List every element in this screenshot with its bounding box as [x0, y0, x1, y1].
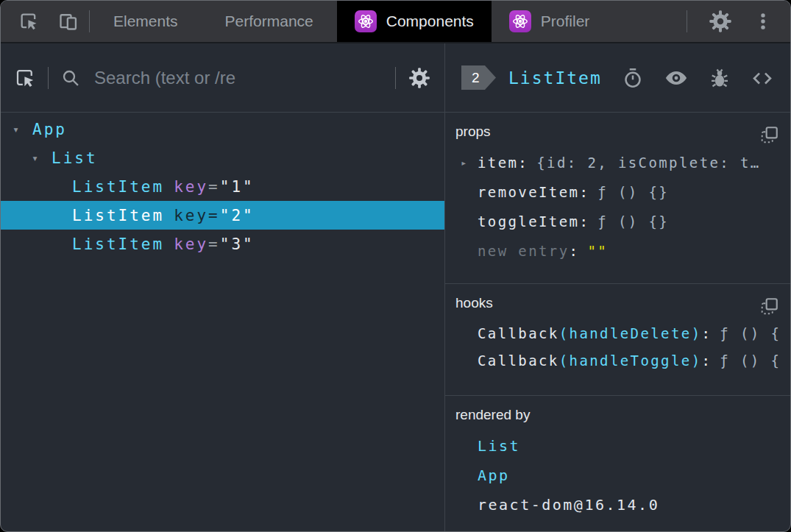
suspend-timer-icon[interactable]	[622, 67, 644, 89]
search-icon	[60, 68, 81, 88]
hook-callback-name: (handleToggle)	[559, 352, 702, 369]
prop-row-new-entry[interactable]: new entry:""	[455, 236, 780, 266]
inspect-icon[interactable]	[18, 11, 39, 32]
toolbar-divider	[48, 67, 49, 89]
component-name: ListItem	[72, 178, 164, 196]
component-name: ListItem	[72, 235, 164, 253]
topbar-right-controls	[687, 1, 790, 42]
toolbar-divider	[395, 67, 396, 89]
equals-sign: =	[208, 235, 220, 253]
component-name: List	[52, 149, 98, 167]
prop-value: ƒ () {}	[597, 184, 669, 200]
prop-colon: :	[570, 243, 580, 259]
component-tree: ▾App ▾List ListItemkey="1" ListItemkey="…	[1, 113, 444, 258]
tab-profiler[interactable]: Profiler	[492, 1, 608, 42]
key-attr-value: "2"	[220, 207, 255, 224]
log-bug-icon[interactable]	[709, 67, 731, 89]
inspect-dom-eye-icon[interactable]	[664, 65, 689, 91]
details-header-icons	[622, 65, 774, 91]
device-toolbar-icon[interactable]	[58, 11, 79, 32]
search-bar	[60, 67, 383, 89]
props-section: props ▸item:{id: 2, isComplete: t… remov…	[445, 113, 790, 284]
hooks-section-title: hooks	[455, 295, 780, 311]
tree-row-app[interactable]: ▾App	[1, 115, 444, 143]
tab-components[interactable]: Components	[337, 1, 492, 42]
tree-row-listitem-1[interactable]: ListItemkey="1"	[1, 172, 444, 201]
overflow-menu-icon[interactable]	[753, 12, 773, 31]
key-attr-value: "1"	[220, 178, 255, 196]
owner-link[interactable]: App	[478, 467, 510, 484]
key-attr-name: key	[174, 235, 208, 253]
prop-row-removeitem[interactable]: removeItem:ƒ () {}	[455, 177, 780, 207]
key-attr-name: key	[174, 207, 208, 224]
rendered-by-app-link[interactable]: App	[455, 461, 780, 490]
hook-colon: :	[701, 352, 712, 369]
hook-name: Callback	[478, 352, 559, 369]
tab-label: Profiler	[541, 13, 590, 30]
copy-icon[interactable]	[760, 297, 779, 319]
tree-row-listitem-2-selected[interactable]: ListItemkey="2"	[1, 201, 444, 230]
react-logo-icon	[509, 10, 531, 32]
expand-arrow-icon[interactable]: ▾	[32, 152, 52, 165]
owners-count-badge[interactable]: 2	[461, 65, 496, 90]
components-panel-body: ▾App ▾List ListItemkey="1" ListItemkey="…	[1, 43, 790, 531]
tree-row-listitem-3[interactable]: ListItemkey="3"	[1, 230, 444, 258]
props-rows: ▸item:{id: 2, isComplete: t… removeItem:…	[455, 148, 780, 266]
component-tree-panel: ▾App ▾List ListItemkey="1" ListItemkey="…	[1, 43, 445, 531]
tab-label: Performance	[225, 13, 313, 30]
rendered-by-list-link[interactable]: List	[455, 431, 780, 461]
component-name: ListItem	[72, 207, 164, 224]
devtools-tab-bar: Elements Performance Components	[1, 1, 790, 43]
prop-colon: :	[518, 155, 528, 171]
hook-value: ƒ () {}	[720, 325, 780, 341]
hook-callback-name: (handleDelete)	[559, 325, 702, 341]
key-attr-value: "3"	[220, 235, 255, 253]
tree-toolbar	[1, 43, 444, 113]
prop-name: removeItem	[478, 184, 579, 200]
react-logo-icon	[355, 10, 377, 32]
key-attr-name: key	[174, 178, 208, 196]
tab-performance[interactable]: Performance	[202, 1, 337, 42]
tree-row-list[interactable]: ▾List	[1, 143, 444, 172]
view-source-icon[interactable]	[751, 66, 774, 90]
topbar-divider	[687, 10, 687, 32]
hook-name: Callback	[478, 325, 559, 341]
expand-arrow-icon[interactable]: ▾	[13, 123, 32, 136]
prop-colon: :	[579, 213, 589, 230]
copy-icon[interactable]	[760, 125, 779, 147]
tab-elements[interactable]: Elements	[90, 1, 202, 42]
details-header: 2 ListItem	[445, 43, 790, 113]
tab-label: Elements	[113, 13, 178, 30]
hook-row-handledelete[interactable]: Callback(handleDelete):ƒ () {}	[455, 319, 780, 347]
prop-name: toggleItem	[478, 213, 579, 230]
hooks-rows: Callback(handleDelete):ƒ () {} Callback(…	[455, 319, 780, 374]
owner-link[interactable]: List	[478, 437, 520, 455]
hook-value: ƒ () {}	[720, 352, 780, 369]
new-entry-label[interactable]: new entry	[478, 243, 570, 259]
tab-label: Components	[386, 13, 474, 30]
hooks-section: hooks Callback(handleDelete):ƒ () {} Cal…	[445, 284, 790, 396]
prop-row-item[interactable]: ▸item:{id: 2, isComplete: t…	[455, 148, 780, 177]
rendered-by-title: rendered by	[455, 407, 780, 423]
search-input[interactable]	[93, 67, 383, 89]
topbar-tool-icons	[1, 1, 89, 42]
select-component-icon[interactable]	[14, 67, 36, 89]
rendered-by-section: rendered by List App react-dom@16.14.0	[445, 396, 790, 531]
equals-sign: =	[208, 207, 220, 224]
hook-row-handletoggle[interactable]: Callback(handleToggle):ƒ () {}	[455, 347, 780, 374]
settings-gear-icon[interactable]	[408, 66, 431, 90]
prop-colon: :	[579, 184, 589, 200]
renderer-version-label: react-dom@16.14.0	[478, 496, 659, 514]
collapsed-arrow-icon[interactable]: ▸	[461, 157, 467, 169]
settings-gear-icon[interactable]	[708, 9, 733, 34]
props-section-title: props	[455, 124, 780, 140]
component-name: App	[32, 121, 67, 138]
hook-colon: :	[701, 325, 712, 341]
devtools-window: Elements Performance Components	[0, 0, 791, 532]
prop-row-toggleitem[interactable]: toggleItem:ƒ () {}	[455, 207, 780, 236]
prop-value: ƒ () {}	[597, 213, 669, 230]
new-entry-value[interactable]: ""	[587, 243, 608, 259]
rendered-by-react-dom: react-dom@16.14.0	[455, 490, 780, 519]
component-details-panel: 2 ListItem	[445, 43, 790, 531]
prop-name: item	[478, 155, 518, 171]
